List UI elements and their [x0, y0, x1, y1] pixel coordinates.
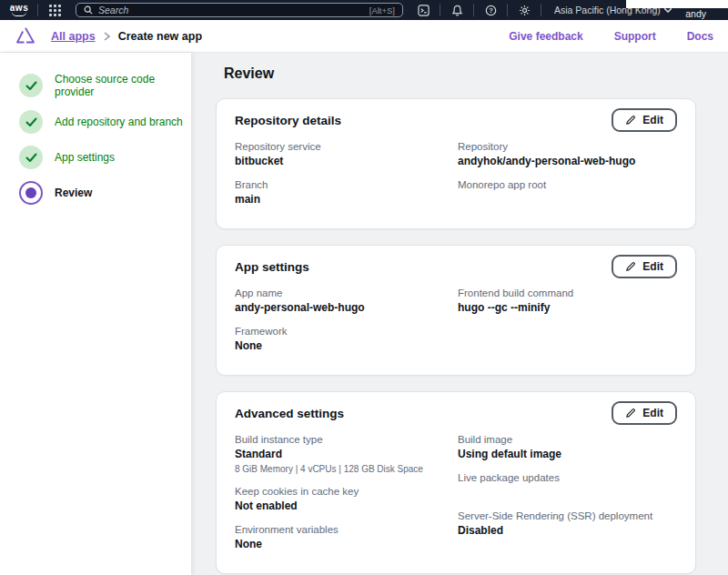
- step-label: App settings: [55, 151, 115, 164]
- step-choose-source-code-provider[interactable]: Choose source code provider: [19, 73, 191, 98]
- field-app-name: App name andy-personal-web-hugo: [235, 288, 458, 314]
- pencil-icon: [625, 115, 636, 126]
- field-framework: Framework None: [235, 326, 458, 352]
- edit-advanced-settings-button[interactable]: Edit: [612, 401, 677, 425]
- divider: [507, 4, 508, 16]
- aws-logo-text: aws: [8, 4, 30, 12]
- breadcrumb-separator-icon: [104, 32, 110, 41]
- field-monorepo-app-root: Monorepo app root: [458, 179, 677, 206]
- divider: [541, 4, 541, 16]
- help-icon[interactable]: ?: [481, 5, 500, 16]
- field-build-image: Build image Using default image: [458, 434, 677, 460]
- edit-button-label: Edit: [642, 407, 663, 419]
- step-current-radio-icon: [19, 181, 43, 205]
- breadcrumb-all-apps-link[interactable]: All apps: [51, 30, 96, 43]
- field-repository: Repository andyhok/andy-personal-web-hug…: [458, 141, 677, 167]
- field-ssr-deployment: Server-Side Rendering (SSR) deployment D…: [458, 510, 677, 537]
- page-title: Review: [224, 66, 696, 82]
- user-menu-strip: [626, 0, 728, 8]
- breadcrumb-current: Create new app: [118, 30, 202, 43]
- pencil-icon: [625, 408, 636, 419]
- services-menu-icon[interactable]: [49, 5, 61, 16]
- docs-link[interactable]: Docs: [687, 30, 713, 43]
- username-label[interactable]: andy: [685, 8, 706, 19]
- edit-app-settings-button[interactable]: Edit: [612, 255, 677, 278]
- field-keep-cookies-in-cache-key: Keep cookies in cache key Not enabled: [235, 486, 458, 512]
- edit-button-label: Edit: [642, 114, 663, 126]
- build-instance-specs: 8 GiB Memory | 4 vCPUs | 128 GB Disk Spa…: [235, 464, 458, 474]
- cloudshell-icon[interactable]: [414, 5, 432, 16]
- field-live-package-updates: Live package updates: [458, 472, 677, 499]
- step-app-settings[interactable]: App settings: [19, 146, 191, 169]
- step-complete-check-icon: [19, 74, 43, 97]
- field-frontend-build-command: Frontend build command hugo --gc --minif…: [458, 288, 677, 314]
- settings-gear-icon[interactable]: [515, 5, 533, 16]
- support-link[interactable]: Support: [614, 30, 656, 43]
- card-title: Advanced settings: [235, 407, 344, 420]
- card-title: App settings: [235, 260, 309, 274]
- review-panel: Review Repository details Edit Repositor…: [191, 53, 728, 575]
- search-shortcut: [Alt+S]: [369, 5, 395, 15]
- search-icon: [84, 5, 93, 15]
- step-label: Review: [55, 187, 92, 199]
- step-label: Choose source code provider: [55, 73, 191, 98]
- field-environment-variables: Environment variables None: [235, 524, 458, 550]
- field-repository-service: Repository service bitbucket: [235, 141, 458, 167]
- divider: [473, 4, 474, 16]
- step-label: Add repository and branch: [55, 116, 183, 128]
- wizard-steps-sidebar: Choose source code provider Add reposito…: [0, 53, 191, 575]
- repository-details-card: Repository details Edit Repository servi…: [216, 98, 696, 229]
- field-build-instance-type: Build instance type Standard 8 GiB Memor…: [235, 434, 458, 474]
- advanced-settings-card: Advanced settings Edit Build instance ty…: [216, 391, 696, 574]
- step-add-repository-and-branch[interactable]: Add repository and branch: [19, 110, 191, 134]
- edit-button-label: Edit: [642, 260, 663, 273]
- step-complete-check-icon: [19, 146, 43, 169]
- app-settings-card: App settings Edit App name andy-personal…: [216, 245, 696, 376]
- amplify-header: All apps Create new app Give feedback Su…: [0, 20, 728, 53]
- breadcrumb: All apps Create new app: [51, 30, 202, 43]
- divider: [440, 4, 440, 16]
- amplify-logo-icon[interactable]: [15, 26, 36, 45]
- divider: [37, 4, 38, 16]
- give-feedback-link[interactable]: Give feedback: [509, 30, 582, 43]
- step-review[interactable]: Review: [19, 181, 191, 205]
- search-placeholder: Search: [98, 5, 364, 15]
- field-branch: Branch main: [235, 179, 458, 206]
- card-title: Repository details: [235, 114, 341, 127]
- edit-repository-details-button[interactable]: Edit: [612, 108, 677, 132]
- notifications-icon[interactable]: [448, 5, 466, 16]
- search-input[interactable]: Search [Alt+S]: [76, 3, 403, 17]
- console-top-bar: aws Search [Alt+S] ? Asia Pacific (Hong …: [0, 0, 728, 20]
- svg-text:?: ?: [489, 6, 493, 15]
- aws-logo[interactable]: aws: [8, 4, 30, 16]
- step-complete-check-icon: [19, 110, 43, 134]
- pencil-icon: [625, 261, 636, 272]
